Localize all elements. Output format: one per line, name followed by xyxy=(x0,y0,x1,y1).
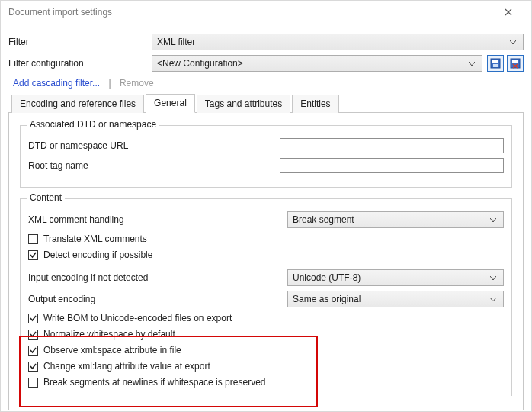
close-icon xyxy=(505,8,512,16)
input-encoding-value: Unicode (UTF-8) xyxy=(293,272,488,283)
dtd-url-input[interactable] xyxy=(280,138,504,153)
row-output-encoding: Output encoding Same as original xyxy=(28,291,504,307)
row-xml-comment-handling: XML comment handling Break segment xyxy=(28,211,504,228)
chevron-down-icon xyxy=(466,58,477,69)
tabs: Encoding and reference files General Tag… xyxy=(8,93,524,113)
filter-config-value: <New Configuration> xyxy=(157,58,466,69)
write-bom-checkbox[interactable] xyxy=(28,314,38,323)
row-change-xmllang[interactable]: Change xml:lang attribute value at expor… xyxy=(28,361,504,372)
input-encoding-select[interactable]: Unicode (UTF-8) xyxy=(287,269,504,286)
save-config-button[interactable] xyxy=(487,55,504,72)
legend-dtd: Associated DTD or namespace xyxy=(27,119,159,130)
tab-general[interactable]: General xyxy=(146,94,195,113)
config-buttons xyxy=(487,55,524,72)
xml-comment-handling-label: XML comment handling xyxy=(28,214,287,225)
chevron-down-icon xyxy=(508,37,518,47)
translate-comments-label: Translate XML comments xyxy=(43,233,147,244)
svg-rect-1 xyxy=(492,60,498,63)
window-title: Document import settings xyxy=(8,7,493,18)
window: Document import settings Filter XML filt… xyxy=(0,0,532,412)
separator: | xyxy=(108,78,111,89)
close-button[interactable] xyxy=(493,1,524,24)
row-break-newlines[interactable]: Break segments at newlines if whitespace… xyxy=(28,377,504,388)
filter-value: XML filter xyxy=(157,37,508,47)
legend-content: Content xyxy=(27,192,65,203)
xml-comment-handling-value: Break segment xyxy=(293,214,488,225)
row-observe-xmlspace[interactable]: Observe xml:space attribute in file xyxy=(28,345,504,356)
break-newlines-checkbox[interactable] xyxy=(28,378,38,388)
chevron-down-icon xyxy=(488,214,498,225)
output-encoding-label: Output encoding xyxy=(28,294,287,304)
body: Filter XML filter Filter configuration <… xyxy=(1,24,531,410)
add-cascading-filter-link[interactable]: Add cascading filter... xyxy=(13,78,100,89)
xml-comment-handling-select[interactable]: Break segment xyxy=(287,211,504,228)
row-translate-comments[interactable]: Translate XML comments xyxy=(28,233,504,244)
filter-row: Filter XML filter xyxy=(8,34,524,50)
normalize-ws-checkbox[interactable] xyxy=(28,330,38,340)
observe-xmlspace-checkbox[interactable] xyxy=(28,346,38,356)
chevron-down-icon xyxy=(488,272,498,283)
tab-encoding[interactable]: Encoding and reference files xyxy=(11,95,144,113)
row-root-tag: Root tag name xyxy=(28,158,504,173)
detect-encoding-label: Detect encoding if possible xyxy=(43,249,152,260)
output-encoding-value: Same as original xyxy=(293,294,488,304)
titlebar: Document import settings xyxy=(1,1,531,24)
row-write-bom[interactable]: Write BOM to Unicode-encoded files on ex… xyxy=(28,313,504,323)
write-bom-label: Write BOM to Unicode-encoded files on ex… xyxy=(43,313,232,323)
filter-config-label: Filter configuration xyxy=(8,58,152,69)
detect-encoding-checkbox[interactable] xyxy=(28,250,38,260)
fieldset-dtd: Associated DTD or namespace DTD or names… xyxy=(20,125,512,188)
row-detect-encoding[interactable]: Detect encoding if possible xyxy=(28,249,504,260)
output-encoding-select[interactable]: Same as original xyxy=(287,291,504,307)
translate-comments-checkbox[interactable] xyxy=(28,234,38,244)
break-newlines-label: Break segments at newlines if whitespace… xyxy=(43,377,265,388)
filter-config-select[interactable]: <New Configuration> xyxy=(152,55,482,72)
root-tag-label: Root tag name xyxy=(28,160,280,171)
filter-label: Filter xyxy=(8,37,152,47)
root-tag-input[interactable] xyxy=(280,158,504,173)
remove-link: Remove xyxy=(120,78,154,89)
dtd-url-label: DTD or namespace URL xyxy=(28,140,280,151)
floppy-delete-icon xyxy=(510,58,521,69)
normalize-ws-label: Normalize whitespace by default xyxy=(43,329,175,340)
chevron-down-icon xyxy=(488,294,498,304)
observe-xmlspace-label: Observe xml:space attribute in file xyxy=(43,345,181,356)
filter-config-row: Filter configuration <New Configuration> xyxy=(8,55,524,72)
tabpanel-general: Associated DTD or namespace DTD or names… xyxy=(8,113,524,410)
row-normalize-ws[interactable]: Normalize whitespace by default xyxy=(28,329,504,340)
tab-tags[interactable]: Tags and attributes xyxy=(197,95,290,113)
floppy-save-icon xyxy=(490,58,501,69)
svg-rect-2 xyxy=(493,64,498,67)
input-encoding-label: Input encoding if not detected xyxy=(28,272,287,283)
row-input-encoding: Input encoding if not detected Unicode (… xyxy=(28,269,504,286)
tab-entities[interactable]: Entities xyxy=(292,95,338,113)
svg-rect-4 xyxy=(512,60,518,63)
fieldset-content: Content XML comment handling Break segme… xyxy=(20,198,512,396)
row-dtd-url: DTD or namespace URL xyxy=(28,138,504,153)
change-xmllang-checkbox[interactable] xyxy=(28,362,38,372)
change-xmllang-label: Change xml:lang attribute value at expor… xyxy=(43,361,210,372)
delete-config-button[interactable] xyxy=(507,55,524,72)
link-row: Add cascading filter... | Remove xyxy=(13,78,524,89)
filter-select[interactable]: XML filter xyxy=(152,34,524,50)
